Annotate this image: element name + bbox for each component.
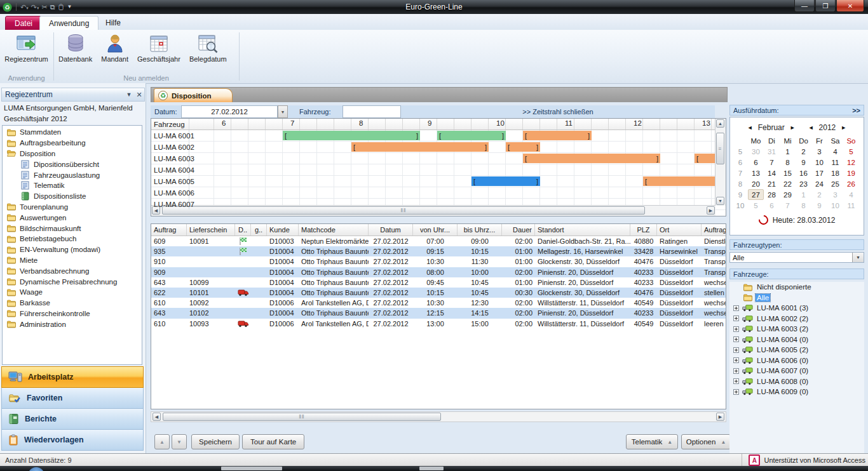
calendar-day[interactable]: 2 xyxy=(811,189,827,200)
tab-disposition[interactable]: ♻ Disposition xyxy=(154,88,233,102)
calendar-day[interactable]: 1 xyxy=(796,189,811,200)
calendar-day[interactable]: 3 xyxy=(827,189,843,200)
gantt-bar[interactable]: [] xyxy=(283,131,420,140)
taskbar[interactable] xyxy=(0,466,868,471)
sidebar-item-fahrzeugauslastung[interactable]: Fahrzeugauslastung xyxy=(3,169,142,180)
table-row[interactable]: 909D10004Otto Triphaus Bauunterneh...27.… xyxy=(151,267,726,277)
calendar-day[interactable]: 8 xyxy=(796,200,811,211)
column-header[interactable]: Kunde xyxy=(267,224,299,236)
belegdatum-button[interactable]: Belegdatum xyxy=(185,30,231,63)
tab-hilfe[interactable]: Hilfe xyxy=(97,16,130,29)
calendar-day[interactable]: 13 xyxy=(748,168,764,178)
calendar-day[interactable]: 27 xyxy=(748,189,764,200)
taskbar-button[interactable] xyxy=(221,467,282,470)
expand-icon[interactable] xyxy=(733,368,739,374)
datenbank-button[interactable]: Datenbank xyxy=(54,30,97,63)
vehicle-item-lu-ma-6001-3-[interactable]: LU-MA 6001 (3) xyxy=(729,303,864,314)
scroll-down-icon[interactable]: ▼ xyxy=(716,197,724,205)
prev-year-icon[interactable]: ◄ xyxy=(808,124,814,131)
gantt-bar[interactable]: [ xyxy=(643,176,715,186)
calendar-day[interactable]: 15 xyxy=(780,168,796,178)
today-label[interactable]: Heute: 28.03.2012 xyxy=(773,216,836,225)
sidebar-item-dispositionsliste[interactable]: Dispositionsliste xyxy=(3,191,142,202)
vehicle-item-lu-ma-6005-2-[interactable]: LU-MA 6005 (2) xyxy=(729,345,864,355)
table-row[interactable]: 62210101D10004Otto Triphaus Bauunterneh.… xyxy=(151,288,726,298)
calendar-day[interactable]: 10 xyxy=(811,157,827,168)
gantt-bar[interactable]: [ xyxy=(695,154,715,163)
nav-wiedervorlagen[interactable]: Wiedervorlagen xyxy=(1,430,144,451)
sidebar-item-en-verwaltung-modawi-[interactable]: EN-Verwaltung (modawi) xyxy=(3,244,142,255)
tour-auf-karte-button[interactable]: Tour auf Karte xyxy=(242,434,304,449)
vehicle-item-lu-ma-6003-2-[interactable]: LU-MA 6003 (2) xyxy=(729,324,864,335)
mandant-button[interactable]: Mandant xyxy=(97,30,133,63)
calendar-day[interactable]: 26 xyxy=(843,178,859,189)
calendar-day[interactable]: 1 xyxy=(780,146,796,157)
nav-berichte[interactable]: Berichte xyxy=(1,409,144,430)
vehicle-item-lu-ma-6008-0-[interactable]: LU-MA 6008 (0) xyxy=(729,376,864,387)
tab-datei[interactable]: Datei xyxy=(5,16,42,30)
vehicle-item-lu-ma-6007-0-[interactable]: LU-MA 6007 (0) xyxy=(729,366,864,376)
calendar-day[interactable]: 7 xyxy=(780,200,796,211)
sidebar-item-barkasse[interactable]: Barkasse xyxy=(3,298,142,308)
calendar-day[interactable]: 20 xyxy=(748,178,764,189)
vehicle-item-nicht-disponierte[interactable]: Nicht disponierte xyxy=(729,282,864,293)
move-down-button[interactable]: ▼ xyxy=(172,434,187,449)
calendar-day[interactable]: 9 xyxy=(811,200,827,211)
optionen-button[interactable]: Optionen▲ xyxy=(681,434,731,449)
taskbar-button[interactable] xyxy=(419,467,444,470)
column-header[interactable]: Auftrag xyxy=(151,224,187,236)
column-header[interactable]: Auftrag xyxy=(702,224,726,236)
sidebar-item-verbandsabrechnung[interactable]: Verbandsabrechnung xyxy=(3,265,142,276)
expand-icon[interactable] xyxy=(733,357,739,363)
column-header[interactable]: Datum xyxy=(369,224,413,236)
sidebar-menu-icon[interactable]: ▼ xyxy=(124,91,134,98)
paste-icon[interactable]: 📋︎ xyxy=(58,4,65,11)
calendar-day[interactable]: 5 xyxy=(843,146,859,157)
calendar-day[interactable]: 2 xyxy=(796,146,811,157)
expand-icon[interactable] xyxy=(733,347,739,353)
copy-icon[interactable]: ⧉ xyxy=(50,4,55,11)
telematik-button[interactable]: Telematik▲ xyxy=(626,434,678,449)
sidebar-item-f-hrerscheinkontrolle[interactable]: Führerscheinkontrolle xyxy=(3,308,142,319)
calendar-day[interactable]: 23 xyxy=(796,178,811,189)
calendar-day[interactable]: 17 xyxy=(811,168,827,178)
undo-icon[interactable]: ↶▾ xyxy=(20,4,29,11)
gantt-bar[interactable]: [] xyxy=(506,142,540,152)
cut-icon[interactable]: ✂ xyxy=(41,4,47,11)
prev-month-icon[interactable]: ◄ xyxy=(747,124,753,131)
column-header[interactable]: g.. xyxy=(251,224,267,236)
calendar-day[interactable]: 12 xyxy=(843,157,859,168)
scroll-right-icon[interactable]: ▶ xyxy=(707,206,715,215)
restore-button[interactable]: ❐ xyxy=(815,0,836,12)
column-header[interactable]: D.. xyxy=(235,224,251,236)
column-header[interactable]: Lieferschein xyxy=(187,224,235,236)
calendar-day[interactable]: 18 xyxy=(827,168,843,178)
sidebar-item-dipositions-bersicht[interactable]: Dipositionsübersicht xyxy=(3,159,142,169)
calendar-day[interactable]: 6 xyxy=(748,157,764,168)
sidebar-item-stammdaten[interactable]: Stammdaten xyxy=(3,127,142,138)
calendar-day[interactable]: 7 xyxy=(764,157,780,168)
table-row[interactable]: 935D10004Otto Triphaus Bauunterneh...27.… xyxy=(151,246,726,256)
sidebar-item-waage[interactable]: Waage xyxy=(3,287,142,298)
expand-icon[interactable] xyxy=(733,378,739,384)
gantt-horizontal-scrollbar[interactable]: ◀ ⦀⦀ ▶ xyxy=(151,205,715,216)
calendar-day[interactable]: 19 xyxy=(843,168,859,178)
expand-icon[interactable] xyxy=(733,336,739,342)
sidebar-item-tourenplanung[interactable]: Tourenplanung xyxy=(3,202,142,213)
calendar-day[interactable]: 9 xyxy=(796,157,811,168)
calendar-day[interactable]: 5 xyxy=(748,200,764,211)
calendar-day[interactable]: 29 xyxy=(780,189,796,200)
sidebar-item-administration[interactable]: Administration xyxy=(3,319,142,329)
column-header[interactable]: PLZ xyxy=(630,224,657,236)
nav-favoriten[interactable]: Favoriten xyxy=(1,388,144,409)
vehicle-item-alle[interactable]: Alle xyxy=(729,293,864,303)
column-header[interactable]: Dauer xyxy=(502,224,535,236)
save-button[interactable]: Speichern xyxy=(191,434,240,449)
recycle-icon[interactable]: ♻ xyxy=(3,3,12,12)
calendar-day[interactable]: 22 xyxy=(780,178,796,189)
calendar-day[interactable]: 25 xyxy=(827,178,843,189)
column-header[interactable]: bis Uhrz... xyxy=(458,224,502,236)
gantt-bar[interactable]: [] xyxy=(437,131,506,140)
vehicle-item-lu-ma-6004-0-[interactable]: LU-MA 6004 (0) xyxy=(729,335,864,345)
zeitstrahl-link[interactable]: >> Zeitstrahl schließen xyxy=(401,105,715,118)
